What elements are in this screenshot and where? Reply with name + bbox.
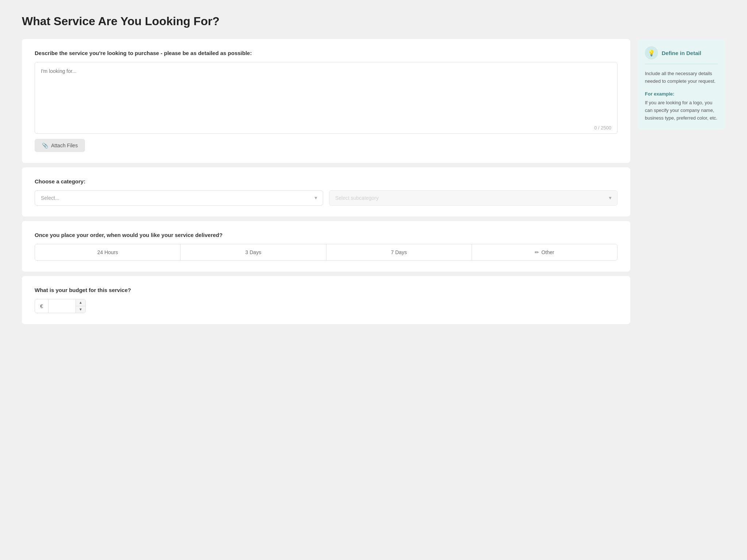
delivery-label: Once you place your order, when would yo… [35,232,618,238]
budget-card: What is your budget for this service? € … [22,276,630,324]
right-column: 💡 Define in Detail Include all the neces… [638,39,725,129]
info-example-label: For example: [645,90,718,98]
pencil-icon: ✏ [535,249,539,255]
delivery-card: Once you place your order, when would yo… [22,221,630,272]
lightbulb-icon: 💡 [645,46,658,59]
delivery-other-label: Other [541,249,554,255]
describe-service-card: Describe the service you're looking to p… [22,39,630,163]
subcategory-select-wrapper: Select subcategory ▼ [329,190,618,206]
service-description-textarea[interactable] [35,62,617,121]
delivery-3d-button[interactable]: 3 Days [181,244,326,260]
category-card: Choose a category: Select... ▼ Select su… [22,167,630,217]
main-layout: Describe the service you're looking to p… [22,39,725,324]
info-header: 💡 Define in Detail [645,46,718,64]
describe-label: Describe the service you're looking to p… [35,50,618,56]
subcategory-select[interactable]: Select subcategory [329,190,618,206]
delivery-options-group: 24 Hours 3 Days 7 Days ✏ Other [35,244,618,261]
category-select[interactable]: Select... [35,190,323,206]
page-title: What Service Are You Looking For? [22,15,725,28]
selects-row: Select... ▼ Select subcategory ▼ [35,190,618,206]
info-description: Include all the necessary details needed… [645,70,718,85]
budget-input-wrapper: € ▲ ▼ [35,299,86,313]
info-example-text: If you are looking for a logo, you can s… [645,99,718,122]
budget-decrement-button[interactable]: ▼ [76,306,85,313]
delivery-7d-button[interactable]: 7 Days [326,244,472,260]
category-select-wrapper: Select... ▼ [35,190,323,206]
budget-label: What is your budget for this service? [35,287,618,293]
paperclip-icon: 📎 [42,143,48,148]
info-panel: 💡 Define in Detail Include all the neces… [638,39,725,129]
currency-symbol: € [35,300,49,313]
delivery-24h-button[interactable]: 24 Hours [35,244,181,260]
budget-spinners: ▲ ▼ [76,299,85,313]
textarea-wrapper: 0 / 2500 [35,62,618,134]
info-title: Define in Detail [662,50,701,56]
left-column: Describe the service you're looking to p… [22,39,630,324]
info-body: Include all the necessary details needed… [645,70,718,122]
delivery-other-button[interactable]: ✏ Other [472,244,617,260]
budget-increment-button[interactable]: ▲ [76,299,85,306]
attach-files-button[interactable]: 📎 Attach Files [35,139,85,152]
budget-input[interactable] [49,300,76,313]
char-count: 0 / 2500 [35,122,617,133]
attach-label: Attach Files [51,143,78,148]
category-label: Choose a category: [35,178,618,184]
lightbulb-glyph: 💡 [648,50,655,57]
